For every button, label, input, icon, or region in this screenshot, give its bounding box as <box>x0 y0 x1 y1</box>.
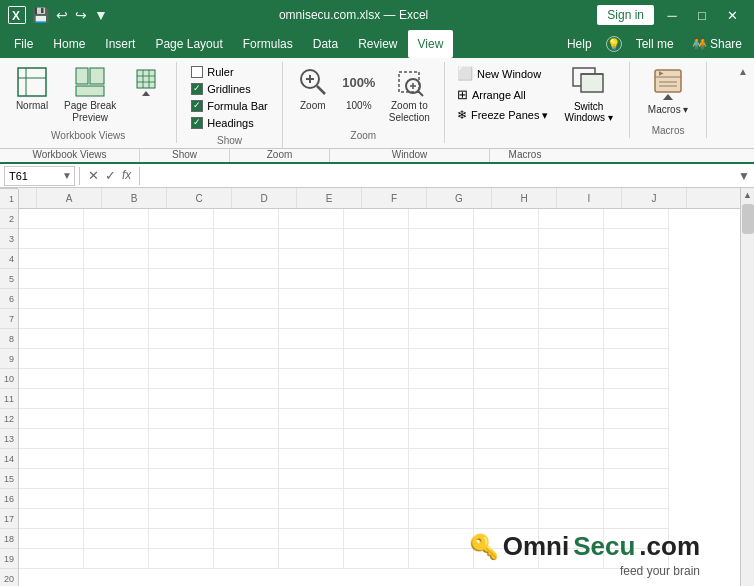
cell-J10[interactable] <box>604 389 669 409</box>
cell-D1[interactable] <box>214 209 279 229</box>
cell-A14[interactable] <box>19 469 84 489</box>
cell-J12[interactable] <box>604 429 669 449</box>
menu-view[interactable]: View <box>408 30 454 58</box>
scroll-up-button[interactable]: ▲ <box>741 188 755 202</box>
cell-C9[interactable] <box>149 369 214 389</box>
cell-F15[interactable] <box>344 489 409 509</box>
col-header-C[interactable]: C <box>167 188 232 208</box>
cell-E10[interactable] <box>279 389 344 409</box>
cell-E6[interactable] <box>279 309 344 329</box>
switch-windows-button[interactable]: SwitchWindows ▾ <box>556 62 620 127</box>
cell-E9[interactable] <box>279 369 344 389</box>
cell-D4[interactable] <box>214 269 279 289</box>
cell-E16[interactable] <box>279 509 344 529</box>
gridlines-checkbox[interactable]: Gridlines <box>191 81 268 97</box>
cell-J14[interactable] <box>604 469 669 489</box>
cell-B17[interactable] <box>84 529 149 549</box>
cell-A8[interactable] <box>19 349 84 369</box>
menu-page-layout[interactable]: Page Layout <box>145 30 232 58</box>
close-button[interactable]: ✕ <box>718 5 746 25</box>
cell-J1[interactable] <box>604 209 669 229</box>
cell-C11[interactable] <box>149 409 214 429</box>
menu-data[interactable]: Data <box>303 30 348 58</box>
cell-F18[interactable] <box>344 549 409 569</box>
redo-btn[interactable]: ↪ <box>73 7 89 23</box>
cell-H2[interactable] <box>474 229 539 249</box>
new-window-button[interactable]: ⬜ New Window <box>453 64 553 83</box>
cell-G11[interactable] <box>409 409 474 429</box>
cell-I2[interactable] <box>539 229 604 249</box>
cell-E15[interactable] <box>279 489 344 509</box>
cell-B11[interactable] <box>84 409 149 429</box>
cell-C14[interactable] <box>149 469 214 489</box>
cell-B15[interactable] <box>84 489 149 509</box>
cell-E8[interactable] <box>279 349 344 369</box>
cell-H15[interactable] <box>474 489 539 509</box>
cell-G1[interactable] <box>409 209 474 229</box>
col-header-F[interactable]: F <box>362 188 427 208</box>
cell-H16[interactable] <box>474 509 539 529</box>
cell-J11[interactable] <box>604 409 669 429</box>
menu-insert[interactable]: Insert <box>95 30 145 58</box>
cell-I7[interactable] <box>539 329 604 349</box>
cell-H8[interactable] <box>474 349 539 369</box>
cell-F17[interactable] <box>344 529 409 549</box>
cell-B9[interactable] <box>84 369 149 389</box>
zoom-100-button[interactable]: 100% 100% <box>337 62 381 116</box>
cell-D12[interactable] <box>214 429 279 449</box>
cell-F7[interactable] <box>344 329 409 349</box>
cell-F5[interactable] <box>344 289 409 309</box>
cell-I4[interactable] <box>539 269 604 289</box>
cell-H11[interactable] <box>474 409 539 429</box>
cell-A4[interactable] <box>19 269 84 289</box>
col-header-B[interactable]: B <box>102 188 167 208</box>
cell-D9[interactable] <box>214 369 279 389</box>
cell-F9[interactable] <box>344 369 409 389</box>
cell-J9[interactable] <box>604 369 669 389</box>
cell-E13[interactable] <box>279 449 344 469</box>
cell-C6[interactable] <box>149 309 214 329</box>
help-menu[interactable]: Help <box>559 37 600 51</box>
cell-F11[interactable] <box>344 409 409 429</box>
cell-J7[interactable] <box>604 329 669 349</box>
cell-D14[interactable] <box>214 469 279 489</box>
cell-G15[interactable] <box>409 489 474 509</box>
cell-G3[interactable] <box>409 249 474 269</box>
cell-J13[interactable] <box>604 449 669 469</box>
cell-I1[interactable] <box>539 209 604 229</box>
zoom-selection-button[interactable]: Zoom toSelection <box>383 62 436 128</box>
cell-E14[interactable] <box>279 469 344 489</box>
cell-J5[interactable] <box>604 289 669 309</box>
customize-qa-btn[interactable]: ▼ <box>92 7 110 23</box>
cell-E12[interactable] <box>279 429 344 449</box>
cell-H14[interactable] <box>474 469 539 489</box>
cell-F8[interactable] <box>344 349 409 369</box>
cell-C17[interactable] <box>149 529 214 549</box>
cell-B5[interactable] <box>84 289 149 309</box>
cell-I5[interactable] <box>539 289 604 309</box>
cell-G12[interactable] <box>409 429 474 449</box>
cell-J15[interactable] <box>604 489 669 509</box>
cell-I9[interactable] <box>539 369 604 389</box>
cell-A11[interactable] <box>19 409 84 429</box>
menu-review[interactable]: Review <box>348 30 407 58</box>
cell-E11[interactable] <box>279 409 344 429</box>
cell-D10[interactable] <box>214 389 279 409</box>
cell-G9[interactable] <box>409 369 474 389</box>
cell-B3[interactable] <box>84 249 149 269</box>
tell-me[interactable]: Tell me <box>628 37 682 51</box>
col-header-G[interactable]: G <box>427 188 492 208</box>
custom-views-button[interactable] <box>124 62 168 104</box>
sign-in-button[interactable]: Sign in <box>597 5 654 25</box>
cell-C4[interactable] <box>149 269 214 289</box>
vertical-scrollbar[interactable]: ▲ <box>740 188 754 586</box>
col-header-I[interactable]: I <box>557 188 622 208</box>
macros-button[interactable]: ▶ Macros ▾ <box>638 62 699 119</box>
cell-A12[interactable] <box>19 429 84 449</box>
save-quick-btn[interactable]: 💾 <box>30 7 51 23</box>
cell-H5[interactable] <box>474 289 539 309</box>
formula-bar-checkbox[interactable]: Formula Bar <box>191 98 268 114</box>
cell-H9[interactable] <box>474 369 539 389</box>
cell-H10[interactable] <box>474 389 539 409</box>
cell-ref-input[interactable] <box>5 170 60 182</box>
